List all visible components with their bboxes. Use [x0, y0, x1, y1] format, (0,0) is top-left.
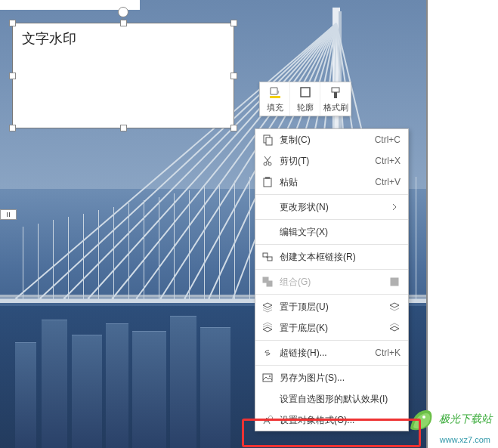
floating-toolbar: 填充 轮廓 格式刷 [259, 82, 351, 116]
menu-divider [255, 294, 408, 295]
fill-button[interactable]: 填充 [260, 82, 290, 116]
menu-bring-front[interactable]: 置于顶层(U) [255, 296, 408, 317]
svg-point-17 [269, 416, 273, 420]
resize-handle-mr[interactable] [230, 73, 237, 79]
menu-divider [255, 340, 408, 341]
svg-rect-8 [264, 178, 271, 187]
cut-icon [261, 155, 274, 167]
menu-label: 创建文本框链接(R) [280, 251, 401, 264]
menu-label: 置于底层(K) [280, 322, 382, 335]
watermark-logo [407, 406, 435, 433]
chevron-right-icon [388, 201, 401, 213]
format-painter-label: 格式刷 [323, 102, 348, 113]
resize-handle-br[interactable] [230, 125, 237, 131]
svg-rect-5 [266, 137, 272, 145]
menu-label: 复制(C) [280, 134, 369, 147]
watermark-text: 极光下载站 [439, 412, 492, 426]
menu-label: 超链接(H)... [280, 347, 369, 360]
menu-create-textframe-link[interactable]: 创建文本框链接(R) [255, 246, 408, 267]
svg-rect-13 [267, 281, 272, 286]
svg-point-6 [264, 162, 267, 165]
menu-format-object[interactable]: 设置对象格式(O)... [255, 409, 408, 431]
group-right-icon [388, 276, 401, 288]
menu-hyperlink[interactable]: 超链接(H)... Ctrl+K [255, 342, 408, 363]
hyperlink-icon [261, 347, 274, 359]
menu-divider [255, 269, 408, 270]
page-left-handle[interactable] [0, 209, 17, 220]
copy-icon [261, 134, 274, 146]
menu-shortcut: Ctrl+K [375, 348, 401, 358]
resize-handle-bm[interactable] [120, 125, 127, 131]
selected-textbox[interactable]: 文字水印 [12, 23, 234, 128]
fill-label: 填充 [267, 102, 283, 113]
bring-front-right-icon [388, 301, 401, 313]
rotate-handle[interactable] [118, 7, 128, 17]
menu-change-shape[interactable]: 更改形状(N) [255, 196, 408, 218]
menu-shortcut: Ctrl+X [375, 156, 401, 166]
svg-rect-3 [334, 92, 337, 98]
menu-copy[interactable]: 复制(C) Ctrl+C [255, 129, 408, 150]
svg-point-18 [422, 416, 425, 419]
outline-button[interactable]: 轮廓 [290, 82, 320, 116]
menu-cut[interactable]: 剪切(T) Ctrl+X [255, 150, 408, 171]
menu-send-back[interactable]: 置于底层(K) [255, 317, 408, 338]
group-icon [261, 276, 274, 288]
textbox-content[interactable]: 文字水印 [13, 23, 234, 55]
outside-page [428, 0, 498, 448]
outline-icon [298, 85, 313, 100]
menu-label: 设置自选图形的默认效果(I) [280, 393, 401, 406]
menu-shortcut: Ctrl+C [375, 134, 401, 145]
menu-autoshape-defaults[interactable]: 设置自选图形的默认效果(I) [255, 388, 408, 409]
resize-handle-tm[interactable] [120, 20, 127, 26]
svg-rect-2 [332, 88, 339, 92]
svg-rect-15 [263, 374, 272, 382]
menu-label: 组合(G) [280, 276, 382, 289]
resize-handle-tr[interactable] [230, 20, 237, 26]
menu-shortcut: Ctrl+V [375, 177, 401, 187]
resize-handle-tl[interactable] [9, 20, 16, 26]
picture-icon [261, 372, 274, 384]
menu-label: 更改形状(N) [280, 201, 382, 214]
resize-handle-bl[interactable] [9, 125, 16, 131]
paste-icon [261, 176, 274, 188]
menu-divider [255, 244, 408, 245]
outline-label: 轮廓 [297, 102, 314, 113]
menu-divider [255, 219, 408, 220]
menu-group: 组合(G) [255, 271, 408, 292]
context-menu: 复制(C) Ctrl+C 剪切(T) Ctrl+X 粘贴 Ctrl+V 更改形状… [255, 128, 409, 431]
menu-edit-text[interactable]: 编辑文字(X) [255, 221, 408, 243]
svg-rect-0 [270, 96, 280, 98]
menu-label: 置于顶层(U) [280, 301, 382, 314]
menu-paste[interactable]: 粘贴 Ctrl+V [255, 171, 408, 193]
link-frame-icon [261, 251, 274, 263]
svg-point-7 [268, 162, 271, 165]
menu-label: 粘贴 [280, 176, 369, 189]
menu-label: 设置对象格式(O)... [280, 414, 401, 427]
svg-rect-1 [301, 88, 310, 97]
format-painter-button[interactable]: 格式刷 [320, 82, 351, 116]
svg-rect-10 [263, 253, 268, 257]
resize-handle-ml[interactable] [9, 73, 16, 79]
menu-divider [255, 365, 408, 366]
svg-point-16 [269, 375, 271, 377]
menu-label: 剪切(T) [280, 155, 369, 168]
format-painter-icon [328, 85, 343, 100]
watermark-url: www.xz7.com [440, 435, 490, 444]
svg-rect-9 [265, 177, 270, 179]
menu-label: 另存为图片(S)... [280, 372, 401, 385]
format-object-icon [261, 414, 274, 426]
bring-front-icon [261, 301, 274, 313]
menu-label: 编辑文字(X) [280, 226, 401, 239]
bridge-deck [0, 298, 498, 303]
site-watermark: 极光下载站 [407, 406, 492, 433]
menu-divider [255, 194, 408, 195]
menu-save-as-picture[interactable]: 另存为图片(S)... [255, 367, 408, 388]
send-back-right-icon [388, 322, 401, 334]
send-back-icon [261, 322, 274, 334]
fill-icon [268, 85, 283, 100]
